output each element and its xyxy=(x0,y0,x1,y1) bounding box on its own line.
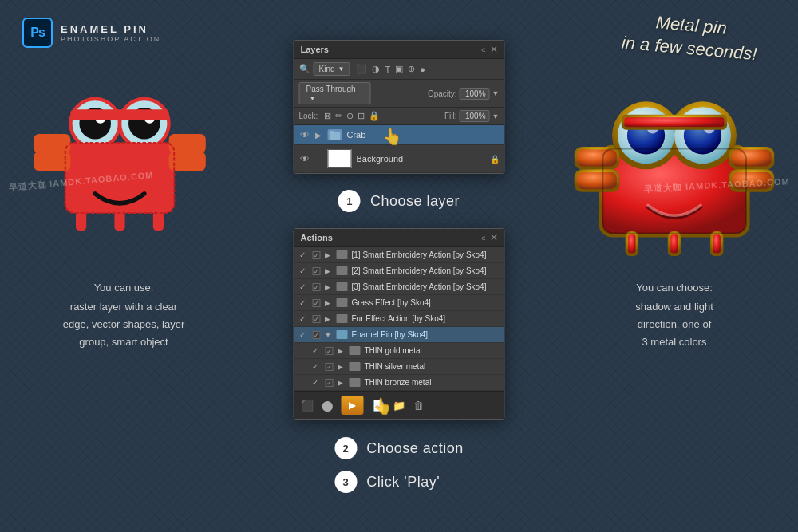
action-checkbox-silver[interactable] xyxy=(326,363,334,371)
actions-collapse-icon[interactable]: « xyxy=(481,234,486,242)
actions-close-icon[interactable]: ✕ xyxy=(490,232,498,243)
panel-collapse-icon[interactable]: « xyxy=(481,45,486,54)
new-set-button[interactable]: 📁 xyxy=(393,400,405,412)
step-1-text: Choose layer xyxy=(370,193,460,210)
filter-shape-icon[interactable]: ▣ xyxy=(395,64,403,74)
right-caption-bottom: shadow and lightdirection, one of3 metal… xyxy=(635,298,713,351)
lock-icons: ⊠ ✏ ⊕ ⊞ 🔒 xyxy=(324,111,380,121)
layers-panel: Layers « ✕ 🔍 Kind ▼ ⬛ ◑ T ▣ ⊕ ● xyxy=(294,40,505,174)
layer-row-background[interactable]: 👁 Background 🔒 xyxy=(294,145,504,173)
action-row-0[interactable]: ✓ ▶ [1] Smart Embroidery Action [by Sko4… xyxy=(294,247,504,263)
svg-rect-33 xyxy=(577,172,617,189)
svg-rect-46 xyxy=(330,131,334,133)
layers-blend-opacity: Pass Through ▼ Opacity: 100% ▼ xyxy=(294,80,504,108)
lock-all-icon[interactable]: 🔒 xyxy=(369,111,380,121)
ps-icon: Ps xyxy=(22,18,53,48)
action-expand-gold[interactable]: ▶ xyxy=(338,347,346,355)
filter-smart-icon[interactable]: ⊕ xyxy=(408,64,415,74)
layer-name-crab: Crab xyxy=(347,130,500,140)
cursor-hand-icon: 👆 xyxy=(382,127,402,146)
lock-pixels-icon[interactable]: ⊠ xyxy=(324,111,331,121)
action-name-0: [1] Smart Embroidery Action [by Sko4] xyxy=(352,250,500,259)
stop-button[interactable]: ⬛ xyxy=(301,400,314,412)
top-right-tagline: Metal pinin a few seconds! xyxy=(621,9,760,66)
action-expand-bronze[interactable]: ▶ xyxy=(338,379,346,387)
action-checkbox-bronze[interactable] xyxy=(326,379,334,387)
fill-label: Fill: xyxy=(444,112,457,120)
action-row-1[interactable]: ✓ ▶ [2] Smart Embroidery Action [by Sko4… xyxy=(294,263,504,279)
action-row-3[interactable]: ✓ ▶ Grass Effect [by Sko4] xyxy=(294,295,504,311)
opacity-label: Opacity: xyxy=(428,89,457,98)
action-checkbox-4[interactable] xyxy=(313,315,321,323)
svg-rect-35 xyxy=(732,150,772,167)
action-row-4[interactable]: ✓ ▶ Fur Effect Action [by Sko4] xyxy=(294,311,504,327)
blend-mode-dropdown[interactable]: Pass Through ▼ xyxy=(299,82,371,104)
action-checkbox-2[interactable] xyxy=(313,283,321,291)
action-expand-enamel[interactable]: ▼ xyxy=(325,331,333,339)
layer-visibility-crab[interactable]: 👁 xyxy=(299,129,310,140)
action-item-icon-0 xyxy=(337,250,348,259)
right-caption-top: You can choose: xyxy=(636,281,713,295)
step-2-indicator: 2 Choose action xyxy=(334,437,464,459)
layer-kind-dropdown[interactable]: Kind ▼ xyxy=(314,62,350,76)
actions-panel: Actions « ✕ ✓ ▶ [1] Smart Embroidery Act… xyxy=(294,228,505,420)
layer-folder-icon-crab xyxy=(328,129,342,140)
step-2-text: Choose action xyxy=(366,440,464,457)
action-expand-3[interactable]: ▶ xyxy=(325,299,333,307)
filter-type-icon[interactable]: T xyxy=(385,65,390,74)
steps-2-3: 2 Choose action 3 Click 'Play' xyxy=(334,434,464,496)
action-expand-0[interactable]: ▶ xyxy=(325,251,333,259)
svg-rect-13 xyxy=(70,109,168,120)
svg-rect-14 xyxy=(76,211,86,231)
actions-toolbar: ⬛ ⬤ ▶ 📄 📁 🗑 xyxy=(294,391,504,419)
lock-artboard-icon[interactable]: ⊕ xyxy=(346,111,354,121)
layers-panel-title: Layers xyxy=(301,45,329,54)
action-checkbox-3[interactable] xyxy=(313,299,321,307)
action-row-enamel[interactable]: ✓ ▼ Enamel Pin [by Sko4] xyxy=(294,327,504,343)
actions-panel-titlebar: Actions « ✕ xyxy=(294,229,504,247)
action-checkbox-gold[interactable] xyxy=(326,347,334,355)
action-check-1: ✓ xyxy=(299,266,309,275)
action-row-2[interactable]: ✓ ▶ [3] Smart Embroidery Action [by Sko4… xyxy=(294,279,504,295)
action-expand-1[interactable]: ▶ xyxy=(325,267,333,275)
action-checkbox-1[interactable] xyxy=(313,267,321,275)
action-checkbox-0[interactable] xyxy=(313,251,321,259)
action-check-2: ✓ xyxy=(299,282,309,291)
record-button[interactable]: ⬤ xyxy=(322,400,334,412)
action-name-4: Fur Effect Action [by Sko4] xyxy=(352,314,500,323)
action-item-icon-gold xyxy=(350,346,361,355)
actions-panel-controls: « ✕ xyxy=(481,232,498,243)
cursor-hand-play-icon: 👆 xyxy=(373,396,393,416)
delete-action-button[interactable]: 🗑 xyxy=(413,400,424,412)
action-expand-4[interactable]: ▶ xyxy=(325,315,333,323)
action-expand-silver[interactable]: ▶ xyxy=(338,363,346,371)
lock-position-icon[interactable]: ✏ xyxy=(335,111,342,121)
metal-crab-svg xyxy=(571,64,778,271)
filter-pixel-icon[interactable]: ⬛ xyxy=(356,64,367,74)
action-name-enamel: Enamel Pin [by Sko4] xyxy=(352,330,500,339)
filter-active-icon[interactable]: ● xyxy=(420,65,425,74)
action-expand-2[interactable]: ▶ xyxy=(325,283,333,291)
layer-visibility-background[interactable]: 👁 xyxy=(299,153,310,164)
action-row-silver[interactable]: ✓ ▶ THIN silver metal xyxy=(294,359,504,375)
svg-rect-41 xyxy=(670,234,678,254)
fill-value[interactable]: 100% xyxy=(460,110,490,122)
step-2-circle: 2 xyxy=(334,437,357,459)
filter-adjust-icon[interactable]: ◑ xyxy=(372,64,380,74)
lock-move-icon[interactable]: ⊞ xyxy=(358,111,365,121)
opacity-value[interactable]: 100% xyxy=(460,88,490,100)
fill-control: Fill: 100% ▼ xyxy=(444,110,499,122)
action-row-bronze[interactable]: ✓ ▶ THIN bronze metal xyxy=(294,375,504,391)
step-3-indicator: 3 Click 'Play' xyxy=(334,471,464,493)
enamel-folder-icon xyxy=(337,330,348,339)
layer-expand-crab[interactable]: ▶ xyxy=(315,131,323,140)
svg-rect-9 xyxy=(169,134,206,153)
pixel-crab xyxy=(32,64,215,271)
fill-chevron-icon: ▼ xyxy=(492,112,500,120)
action-row-gold[interactable]: ✓ ▶ THIN gold metal xyxy=(294,343,504,359)
panel-close-icon[interactable]: ✕ xyxy=(490,44,498,55)
search-magnifier-icon: 🔍 xyxy=(299,64,310,74)
action-item-icon-1 xyxy=(337,266,348,275)
play-button[interactable]: ▶ xyxy=(342,396,364,415)
action-checkbox-enamel[interactable] xyxy=(313,331,321,339)
